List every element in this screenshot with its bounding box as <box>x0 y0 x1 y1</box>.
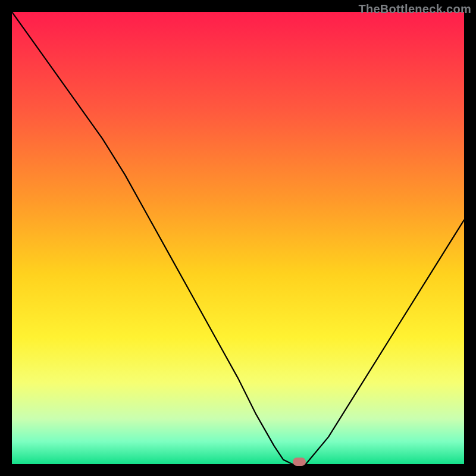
plot-area <box>12 12 464 464</box>
optimal-point-marker <box>293 458 306 466</box>
bottleneck-curve <box>12 12 464 464</box>
watermark-label: TheBottleneck.com <box>358 2 471 16</box>
chart-frame: TheBottleneck.com <box>0 0 476 476</box>
